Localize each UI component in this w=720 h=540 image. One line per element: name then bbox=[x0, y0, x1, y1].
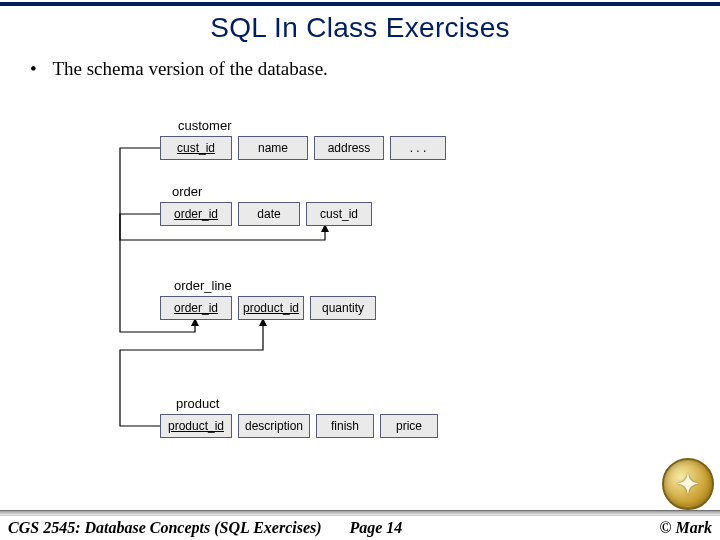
page-title: SQL In Class Exercises bbox=[0, 12, 720, 44]
schema-diagram: customer cust_id name address . . . orde… bbox=[60, 100, 640, 490]
table-row-order_line: order_id product_id quantity bbox=[160, 296, 376, 320]
table-row-product: product_id description finish price bbox=[160, 414, 438, 438]
footer: CGS 2545: Database Concepts (SQL Exercis… bbox=[0, 516, 720, 540]
field-order-cust_id: cust_id bbox=[306, 202, 372, 226]
seal-badge: ✦ bbox=[662, 458, 714, 510]
footer-left: CGS 2545: Database Concepts (SQL Exercis… bbox=[8, 519, 322, 537]
field-customer-address: address bbox=[314, 136, 384, 160]
field-customer-cust_id: cust_id bbox=[160, 136, 232, 160]
table-row-customer: cust_id name address . . . bbox=[160, 136, 446, 160]
seal-glyph-icon: ✦ bbox=[677, 469, 699, 500]
table-label-order: order bbox=[172, 184, 202, 199]
field-product-description: description bbox=[238, 414, 310, 438]
bullet-text: The schema version of the database. bbox=[52, 58, 327, 79]
bullet-dot: • bbox=[30, 58, 48, 80]
field-customer-name: name bbox=[238, 136, 308, 160]
field-order_line-quantity: quantity bbox=[310, 296, 376, 320]
field-order-date: date bbox=[238, 202, 300, 226]
field-customer-more: . . . bbox=[390, 136, 446, 160]
table-label-order_line: order_line bbox=[174, 278, 232, 293]
table-label-customer: customer bbox=[178, 118, 231, 133]
footer-right: © Mark bbox=[660, 519, 712, 537]
field-product-price: price bbox=[380, 414, 438, 438]
table-label-product: product bbox=[176, 396, 219, 411]
footer-page: Page 14 bbox=[349, 519, 402, 537]
field-order_line-order_id: order_id bbox=[160, 296, 232, 320]
bullet-line: • The schema version of the database. bbox=[30, 58, 328, 80]
field-order_line-product_id: product_id bbox=[238, 296, 304, 320]
field-order-order_id: order_id bbox=[160, 202, 232, 226]
table-row-order: order_id date cust_id bbox=[160, 202, 372, 226]
field-product-product_id: product_id bbox=[160, 414, 232, 438]
top-rule bbox=[0, 2, 720, 6]
field-product-finish: finish bbox=[316, 414, 374, 438]
